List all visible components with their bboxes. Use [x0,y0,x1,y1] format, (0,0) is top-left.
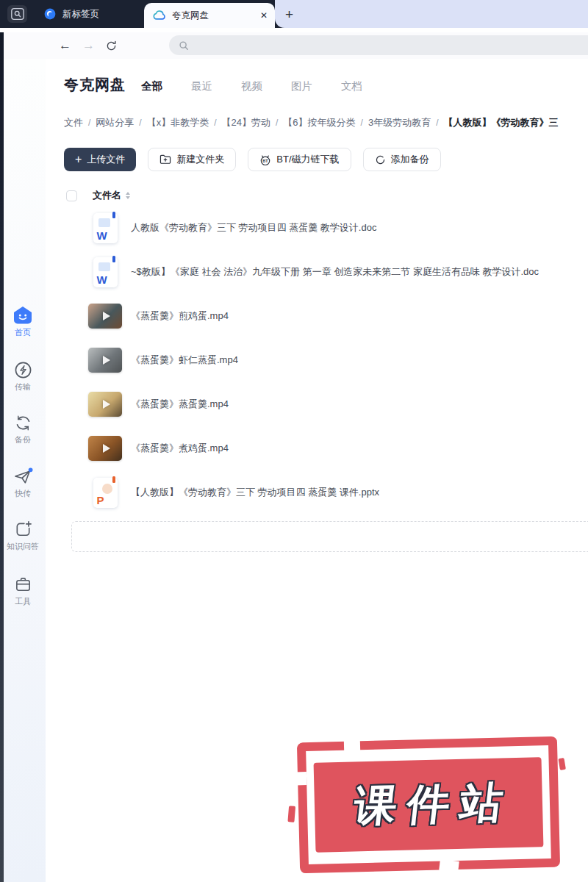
sort-toggle-icon[interactable] [126,192,130,199]
button-label: BT/磁力链下载 [276,153,339,166]
refresh-button[interactable] [106,32,117,59]
breadcrumb-item[interactable]: 【6】按年级分类 [283,117,355,128]
quick-send-icon [0,467,46,486]
transfer-icon [0,361,46,379]
new-tab-button[interactable]: + [285,7,293,21]
quark-browser-logo-icon [44,8,56,20]
upload-file-button[interactable]: + 上传文件 [64,148,136,171]
file-name: ~$教版】《家庭 社会 法治》九年级下册 第一章 创造家未来第二节 家庭生活有品… [131,265,539,279]
file-name: 《蒸蛋羹》煮鸡蛋.mp4 [131,442,229,455]
tab-videos[interactable]: 视频 [241,79,262,93]
bt-magnet-download-button[interactable]: BT BT/磁力链下载 [248,148,351,171]
file-name: 人教版《劳动教育》三下 劳动项目四 蒸蛋羹 教学设计.doc [131,221,376,234]
browser-toolbar: ← → [0,32,588,59]
sidebar-item-quick-send[interactable]: 快传 [0,467,46,499]
home-icon [0,306,46,325]
filter-tabs: 全部 最近 视频 图片 文档 [141,79,362,93]
breadcrumb-item[interactable]: 【24】劳动 [222,117,270,128]
select-all-checkbox[interactable] [66,190,77,201]
tab-label: 新标签页 [62,8,99,21]
word-file-icon: W [93,257,118,287]
word-file-icon: W [93,213,118,243]
browser-tab-new-page[interactable]: 新标签页 [37,0,107,28]
breadcrumb-item[interactable]: 3年级劳动教育 [368,117,431,128]
button-label: 添加备份 [391,153,429,166]
app-sidebar: 首页 传输 备份 快传 知识问答 [0,59,46,882]
breadcrumb-separator: / [276,118,278,128]
tab-label: 夸克网盘 [172,10,209,22]
file-name: 《蒸蛋羹》煎鸡蛋.mp4 [131,309,229,323]
tabbar-underlay [0,28,588,32]
breadcrumb-separator: / [88,118,90,128]
breadcrumb-separator: / [436,118,438,128]
file-row[interactable]: 《蒸蛋羹》煮鸡蛋.mp4 [64,426,588,470]
breadcrumb-item[interactable]: 网站分享 [96,117,134,128]
breadcrumb-item[interactable]: 【x】非教学类 [147,117,209,128]
sidebar-item-label: 工具 [0,596,46,607]
filename-column-header: 文件名 [93,189,121,202]
stamp-text: 课件站 [341,774,517,836]
forward-button[interactable]: → [82,32,95,59]
video-thumbnail [88,392,122,417]
address-search-bar[interactable] [169,35,588,55]
breadcrumb-item-current: 【人教版】《劳动教育》三 [444,117,559,128]
stamp-inner: 课件站 [314,757,544,853]
bt-magnet-icon: BT [259,154,271,166]
video-thumbnail [88,436,122,461]
tab-recent[interactable]: 最近 [191,79,212,93]
file-row[interactable]: 《蒸蛋羹》蒸蛋羹.mp4 [64,382,588,426]
file-row[interactable]: 《蒸蛋羹》虾仁蒸蛋.mp4 [64,338,588,382]
breadcrumb-item[interactable]: 文件 [64,117,83,128]
sidebar-item-label: 传输 [0,381,46,392]
page-title: 夸克网盘 [64,75,126,95]
sidebar-item-label: 备份 [0,434,46,445]
tab-docs[interactable]: 文档 [341,79,362,93]
tools-icon [0,576,46,594]
ppt-file-icon: P [93,478,118,508]
tab-images[interactable]: 图片 [291,79,312,93]
backup-sync-icon [0,414,46,432]
tabstrip-spacer: + [275,0,588,28]
breadcrumb: 文件/网站分享/【x】非教学类/【24】劳动/【6】按年级分类/3年级劳动教育/… [64,116,578,129]
window-edge [0,28,4,882]
action-bar: + 上传文件 新建文件夹 BT BT/磁力链下载 [64,148,588,171]
sidebar-item-home[interactable]: 首页 [0,306,46,338]
button-label: 新建文件夹 [176,153,224,166]
back-button[interactable]: ← [59,32,71,59]
sidebar-item-label: 知识问答 [0,541,46,552]
sidebar-item-backup[interactable]: 备份 [0,414,46,445]
tab-all[interactable]: 全部 [141,79,162,93]
file-row[interactable]: P 【人教版】《劳动教育》三下 劳动项目四 蒸蛋羹 课件.pptx [64,470,588,514]
sidebar-item-tools[interactable]: 工具 [0,576,46,607]
breadcrumb-separator: / [139,118,141,128]
button-label: 上传文件 [87,153,125,166]
close-tab-icon[interactable]: ✕ [260,10,268,21]
sidebar-item-label: 首页 [0,327,46,338]
file-list-header: 文件名 [64,189,588,202]
sidebar-item-label: 快传 [0,488,46,499]
file-row[interactable]: W ~$教版】《家庭 社会 法治》九年级下册 第一章 创造家未来第二节 家庭生活… [64,250,588,294]
add-backup-button[interactable]: 添加备份 [363,148,441,171]
browser-tab-quark-drive[interactable]: 夸克网盘 ✕ [144,3,275,28]
play-icon [103,356,110,365]
add-backup-icon [375,154,386,165]
knowledge-qa-icon [0,520,46,539]
video-thumbnail [88,348,122,373]
plus-icon: + [75,154,82,165]
file-name: 《蒸蛋羹》虾仁蒸蛋.mp4 [131,354,238,367]
tab-search-icon[interactable] [7,5,27,23]
file-row[interactable]: 《蒸蛋羹》煎鸡蛋.mp4 [64,294,588,338]
kejianzhan-stamp-watermark: 课件站 [297,736,560,874]
file-row[interactable]: W 人教版《劳动教育》三下 劳动项目四 蒸蛋羹 教学设计.doc [64,206,588,250]
svg-text:BT: BT [263,158,269,162]
file-list: W 人教版《劳动教育》三下 劳动项目四 蒸蛋羹 教学设计.doc W ~$教版】… [64,206,588,514]
breadcrumb-separator: / [361,118,363,128]
file-name: 【人教版】《劳动教育》三下 劳动项目四 蒸蛋羹 课件.pptx [131,486,379,499]
play-icon [103,400,110,409]
sidebar-item-knowledge-qa[interactable]: 知识问答 [0,520,46,552]
new-folder-button[interactable]: 新建文件夹 [148,148,236,171]
sidebar-item-transfer[interactable]: 传输 [0,361,46,392]
search-icon [179,40,189,51]
browser-tabbar: 新标签页 + 夸克网盘 ✕ [0,0,588,28]
video-thumbnail [88,304,122,329]
